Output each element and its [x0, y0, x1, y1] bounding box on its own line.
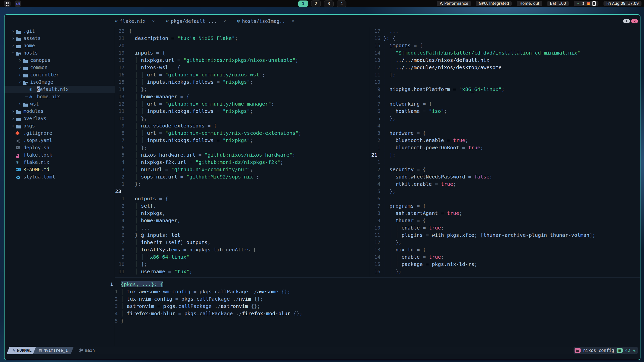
app-grid-icon: [6, 2, 9, 6]
project-folder-icon: [575, 348, 581, 353]
terminal-window: ❄flake.nix×❄pkgs/default ...×❄hosts/isoI…: [4, 14, 640, 360]
wm-logo: $N: [16, 2, 20, 6]
status-pill-label: GPU: Integrated: [479, 1, 509, 6]
code-segment: awesome: [257, 289, 278, 295]
statusline: ✎ NORMAL ▤ NvimTree_1 main nixos-config …: [5, 347, 640, 354]
line-number: 5: [110, 317, 118, 325]
code-text: {pkgs, ...}: {: [121, 281, 163, 288]
code-segment: pkgs: [181, 296, 193, 302]
code-segment: =: [154, 303, 163, 309]
code-line: 2│ tux-nvim-config = pkgs.callPackage ./…: [5, 295, 640, 303]
clock: Fri Aug 09, 17:09: [603, 1, 641, 6]
code-segment: .: [212, 289, 215, 295]
scissors-icon[interactable]: ✂: [577, 1, 580, 6]
code-segment: =: [190, 289, 199, 295]
lines-icon: ≡: [617, 348, 623, 353]
code-segment: {};: [248, 303, 260, 309]
topbar-status: P: PerformanceGPU: IntegratedHome: outBa…: [437, 1, 641, 6]
code-text: │ astronvim = pkgs.callPackage ./astronv…: [121, 303, 260, 310]
code-segment: callPackage: [199, 310, 233, 316]
code-line: 4│ firefox-mod-blur = pkgs.callPackage .…: [5, 310, 640, 317]
code-segment: ./: [248, 289, 257, 295]
code-line: 5}: [5, 317, 640, 325]
status-pill-label: P: Performance: [439, 1, 468, 6]
code-line: 1│ tux-awesome-wm-config = pkgs.callPack…: [5, 288, 640, 295]
code-segment: ./: [212, 303, 221, 309]
code-segment: callPackage: [178, 303, 212, 309]
status-pill-label: Home: out: [519, 1, 539, 6]
code-segment: }: [121, 318, 124, 324]
line-number: 4: [110, 310, 118, 317]
mode-icon: ✎: [13, 347, 15, 354]
code-segment: callPackage: [196, 296, 230, 302]
code-segment: {};: [290, 310, 302, 316]
code-segment: .: [193, 296, 196, 302]
mode-indicator: ✎ NORMAL: [8, 347, 36, 354]
status-pill: P: Performance: [437, 1, 471, 6]
scroll-progress: 42 %: [625, 348, 637, 353]
branch-label: main: [85, 347, 95, 354]
code-segment: ./: [233, 310, 242, 316]
editor-pane-pkgs-default[interactable]: 1{pkgs, ...}: {1│ tux-awesome-wm-config …: [5, 15, 640, 360]
code-line: 3│ astronvim = pkgs.callPackage ./astron…: [5, 303, 640, 310]
status-pill-label: Bat: 100: [550, 1, 566, 6]
flame-icon[interactable]: [587, 2, 590, 5]
code-text: │ tux-nvim-config = pkgs.callPackage ./n…: [121, 295, 263, 303]
code-segment: pkgs: [184, 310, 196, 316]
indent-guide: │: [121, 310, 127, 316]
code-segment: pkgs: [163, 303, 175, 309]
indent-guide: │: [121, 296, 127, 302]
code-segment: {};: [251, 296, 263, 302]
workspace-pill-1[interactable]: 1: [298, 1, 308, 7]
mode-label: NORMAL: [17, 347, 32, 354]
code-segment: tux-awesome-wm-config: [127, 289, 190, 295]
line-number: 1: [110, 281, 118, 288]
statusline-right: nixos-config ≡ 42 %: [574, 347, 638, 354]
line-number: 3: [110, 303, 118, 310]
buffer-label: NvimTree_1: [44, 347, 68, 354]
line-number: 1: [110, 288, 118, 295]
wm-logo-button[interactable]: $N: [15, 1, 21, 7]
code-text: }: [121, 317, 124, 325]
code-segment: pkgs: [199, 289, 212, 295]
code-line: 1{pkgs, ...}: {: [5, 281, 640, 288]
code-text: │ firefox-mod-blur = pkgs.callPackage ./…: [121, 310, 303, 317]
bluetooth-icon[interactable]: [582, 2, 585, 6]
app-launcher-button[interactable]: [4, 1, 11, 7]
workspaces: 1234: [298, 1, 346, 7]
code-segment: {};: [278, 289, 290, 295]
status-pill: Bat: 100: [547, 1, 569, 6]
status-pill: GPU: Integrated: [476, 1, 512, 6]
buffer-icon: ▤: [39, 347, 42, 354]
code-segment: {pkgs, ...}: {: [121, 281, 163, 287]
code-segment: =: [172, 296, 181, 302]
indent-guide: │: [121, 289, 127, 295]
indent-guide: │: [121, 303, 127, 309]
code-text: │ tux-awesome-wm-config = pkgs.callPacka…: [121, 288, 290, 295]
code-segment: firefox-mod-blur: [242, 310, 291, 316]
phone-icon[interactable]: [592, 1, 596, 6]
workspace-pill-2[interactable]: 2: [311, 1, 321, 7]
code-segment: ./: [230, 296, 239, 302]
workspace-pill-3[interactable]: 3: [324, 1, 334, 7]
code-segment: firefox-mod-blur: [127, 310, 175, 316]
code-segment: =: [175, 310, 184, 316]
buffer-indicator[interactable]: ▤ NvimTree_1: [34, 347, 72, 354]
code-segment: astronvim: [221, 303, 248, 309]
status-pills: P: PerformanceGPU: IntegratedHome: outBa…: [437, 1, 569, 6]
tray-icons-pill: ✂: [574, 1, 599, 6]
project-label: nixos-config: [583, 348, 614, 353]
code-segment: tux-nvim-config: [127, 296, 172, 302]
code-segment: astronvim: [127, 303, 154, 309]
code-segment: .: [175, 303, 178, 309]
line-number: 2: [110, 295, 118, 303]
topbar: $N 1234 P: PerformanceGPU: IntegratedHom…: [0, 0, 644, 7]
git-branch[interactable]: main: [75, 347, 99, 354]
workspace-pill-4[interactable]: 4: [337, 1, 346, 7]
code-segment: callPackage: [215, 289, 248, 295]
git-branch-icon: [79, 348, 83, 353]
status-pill: Home: out: [517, 1, 542, 6]
code-segment: .: [196, 310, 199, 316]
code-segment: nvim: [239, 296, 251, 302]
